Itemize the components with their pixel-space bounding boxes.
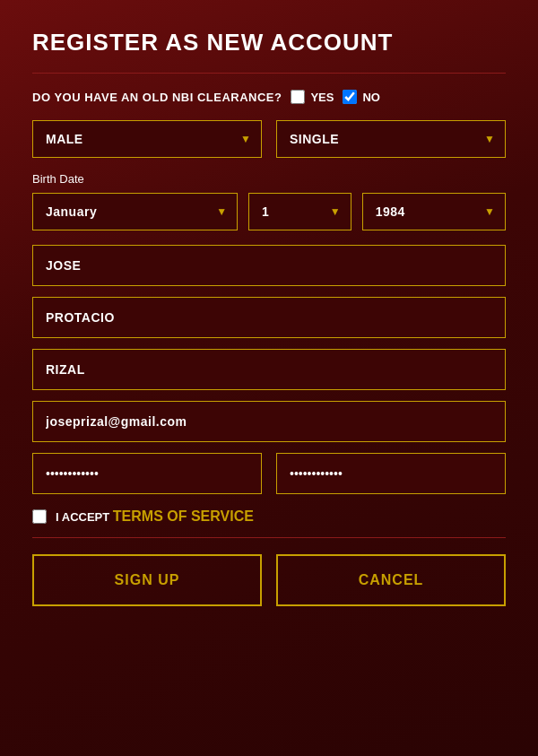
nbi-no-checkbox[interactable] <box>343 90 357 104</box>
page-title: REGISTER AS NEW ACCOUNT <box>32 29 506 56</box>
terms-prefix: I ACCEPT <box>56 510 113 524</box>
birth-day-select[interactable]: 1 2345 6789 10111213 14151617 18192021 2… <box>248 193 351 230</box>
nbi-no-label: NO <box>362 91 380 104</box>
gender-civil-row: MALE FEMALE ▼ SINGLE MARRIED DIVORCED WI… <box>32 120 506 158</box>
birth-year-select[interactable]: 1984 198519861987 198819891990 <box>362 193 506 230</box>
birth-month-select[interactable]: January February March April May June Ju… <box>32 193 238 230</box>
gender-select[interactable]: MALE FEMALE <box>32 120 262 158</box>
birth-day-wrapper: 1 2345 6789 10111213 14151617 18192021 2… <box>248 193 351 230</box>
terms-row: I ACCEPT TERMS OF SERVICE <box>32 508 506 525</box>
last-name-input[interactable] <box>32 349 506 390</box>
civil-status-select[interactable]: SINGLE MARRIED DIVORCED WIDOWED <box>276 120 506 158</box>
password-input[interactable] <box>32 453 262 494</box>
nbi-no-group: NO <box>343 90 380 104</box>
birth-month-wrapper: January February March April May June Ju… <box>32 193 238 230</box>
nbi-yes-checkbox[interactable] <box>291 90 305 104</box>
civil-status-select-wrapper: SINGLE MARRIED DIVORCED WIDOWED ▼ <box>276 120 506 158</box>
divider-top <box>32 73 506 74</box>
nbi-question: DO YOU HAVE AN OLD NBI CLEARANCE? <box>32 91 282 104</box>
gender-select-wrapper: MALE FEMALE ▼ <box>32 120 262 158</box>
email-input[interactable] <box>32 401 506 442</box>
divider-bottom <box>32 537 506 538</box>
birth-year-wrapper: 1984 198519861987 198819891990 ▼ <box>362 193 506 230</box>
birth-date-row: January February March April May June Ju… <box>32 193 506 230</box>
cancel-button[interactable]: CANCEL <box>276 554 506 606</box>
terms-label: I ACCEPT TERMS OF SERVICE <box>56 508 254 525</box>
first-name-input[interactable] <box>32 245 506 286</box>
nbi-clearance-row: DO YOU HAVE AN OLD NBI CLEARANCE? YES NO <box>32 90 506 104</box>
nbi-yes-label: YES <box>310 91 334 104</box>
signup-button[interactable]: SIGN UP <box>32 554 262 606</box>
terms-link[interactable]: TERMS OF SERVICE <box>113 508 254 524</box>
terms-checkbox[interactable] <box>32 509 47 524</box>
confirm-password-input[interactable] <box>276 453 506 494</box>
password-row <box>32 453 506 494</box>
nbi-yes-group: YES <box>291 90 334 104</box>
register-form: REGISTER AS NEW ACCOUNT DO YOU HAVE AN O… <box>0 0 538 756</box>
birth-date-label: Birth Date <box>32 172 506 186</box>
middle-name-input[interactable] <box>32 297 506 338</box>
button-row: SIGN UP CANCEL <box>32 554 506 606</box>
